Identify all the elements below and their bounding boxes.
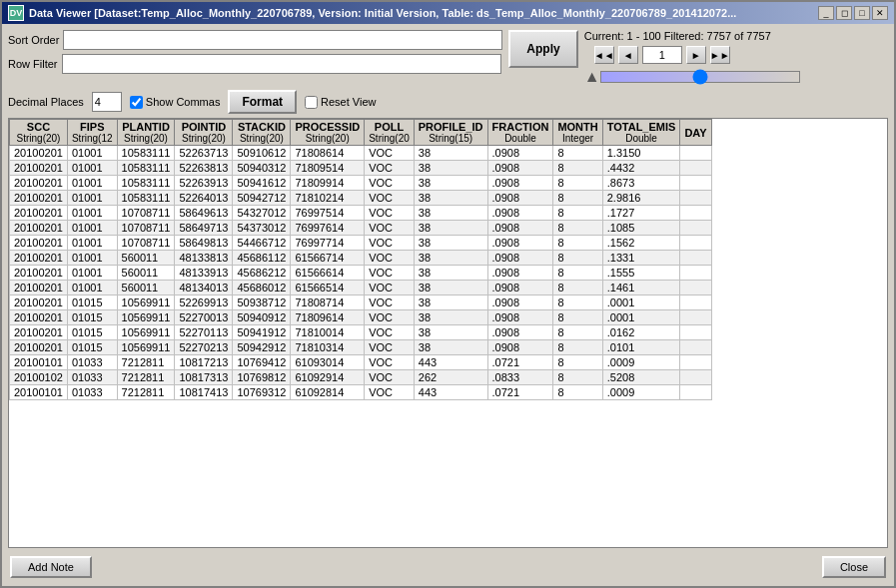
table-cell [680, 221, 711, 236]
prev-page-button[interactable]: ◄ [618, 46, 638, 64]
table-cell: 10583111 [117, 146, 175, 161]
data-table-container[interactable]: SCCString(20)FIPSString(12PLANTIDString(… [8, 118, 888, 548]
table-cell: 01001 [67, 191, 117, 206]
add-note-button[interactable]: Add Note [10, 556, 92, 578]
table-cell: 20100201 [10, 325, 68, 340]
sort-order-input[interactable] [63, 30, 502, 50]
table-cell: 7212811 [117, 370, 175, 385]
table-cell: 01015 [67, 340, 117, 355]
table-cell: 10817313 [175, 370, 233, 385]
table-cell: 8 [553, 370, 602, 385]
restore-button[interactable]: ◻ [836, 6, 852, 20]
column-header-poll: POLLString(20 [365, 120, 415, 146]
table-cell: VOC [365, 206, 415, 221]
table-cell: VOC [365, 176, 415, 191]
table-cell: 54466712 [233, 236, 291, 251]
table-cell: .1555 [602, 266, 680, 281]
table-cell: 48134013 [175, 281, 233, 295]
table-cell: 20100201 [10, 295, 68, 310]
table-cell: 01001 [67, 176, 117, 191]
table-cell: 50941612 [233, 176, 291, 191]
table-cell: 8 [553, 206, 602, 221]
decimal-places-input[interactable] [92, 92, 122, 112]
table-cell: 50942912 [233, 340, 291, 355]
row-filter-input[interactable] [62, 54, 501, 74]
row-filter-label: Row Filter [8, 58, 58, 70]
table-cell: 52269913 [175, 295, 233, 310]
table-cell: 262 [414, 370, 487, 385]
table-cell: 61092814 [291, 385, 365, 400]
next-page-button[interactable]: ► [686, 46, 706, 64]
table-cell: .1727 [602, 206, 680, 221]
table-cell: 48133913 [175, 266, 233, 281]
table-cell: 20100201 [10, 161, 68, 176]
table-header: SCCString(20)FIPSString(12PLANTIDString(… [10, 120, 712, 146]
reset-view-checkbox[interactable] [305, 96, 318, 109]
table-cell: 10708711 [117, 221, 175, 236]
page-input[interactable] [642, 46, 682, 64]
table-row: 2010010201033721281110817313107698126109… [10, 370, 712, 385]
table-row: 2010020101001107087115864981354466712769… [10, 236, 712, 251]
table-row: 2010020101015105699115226991350938712718… [10, 295, 712, 310]
table-cell: 10769312 [233, 385, 291, 400]
table-cell: 2.9816 [602, 191, 680, 206]
first-page-button[interactable]: ◄◄ [594, 46, 614, 64]
table-cell: 38 [414, 281, 487, 295]
table-cell: 50941912 [233, 325, 291, 340]
page-slider[interactable] [600, 71, 800, 83]
last-page-button[interactable]: ►► [710, 46, 730, 64]
table-cell: 38 [414, 340, 487, 355]
table-cell: 20100102 [10, 370, 68, 385]
apply-button[interactable]: Apply [508, 30, 577, 68]
table-cell: 38 [414, 266, 487, 281]
format-button[interactable]: Format [228, 90, 297, 114]
column-header-processid: PROCESSIDString(20) [291, 120, 365, 146]
table-cell [680, 161, 711, 176]
column-header-fraction: FRACTIONDouble [487, 120, 553, 146]
table-cell: 560011 [117, 251, 175, 266]
table-cell: 50910612 [233, 146, 291, 161]
table-cell: 7212811 [117, 385, 175, 400]
table-cell: 50938712 [233, 295, 291, 310]
table-cell: 76997614 [291, 221, 365, 236]
table-cell: 71809614 [291, 310, 365, 325]
table-body: 2010020101001105831115226371350910612718… [10, 146, 712, 400]
column-header-stackid: STACKIDString(20) [233, 120, 291, 146]
table-cell: 58649713 [175, 221, 233, 236]
current-info: Current: 1 - 100 Filtered: 7757 of 7757 [584, 30, 800, 42]
title-bar-buttons: _ ◻ □ ✕ [818, 6, 888, 20]
table-cell: 52270213 [175, 340, 233, 355]
table-cell: .1331 [602, 251, 680, 266]
table-cell: 01033 [67, 385, 117, 400]
show-commas-checkbox[interactable] [130, 96, 143, 109]
close-button[interactable]: Close [822, 556, 886, 578]
table-cell: 50940912 [233, 310, 291, 325]
table-cell: VOC [365, 146, 415, 161]
column-header-profile_id: PROFILE_IDString(15) [414, 120, 487, 146]
table-cell [680, 206, 711, 221]
title-bar: DV Data Viewer [Dataset:Temp_Alloc_Month… [2, 2, 894, 24]
table-cell: .0908 [487, 146, 553, 161]
slider-row: ▲ [584, 68, 800, 86]
table-cell: 52263813 [175, 161, 233, 176]
minimize-button[interactable]: _ [818, 6, 834, 20]
maximize-button[interactable]: □ [854, 6, 870, 20]
column-header-plantid: PLANTIDString(20) [117, 120, 175, 146]
table-cell: 71808714 [291, 295, 365, 310]
table-cell: 8 [553, 221, 602, 236]
table-cell: VOC [365, 236, 415, 251]
column-header-fips: FIPSString(12 [67, 120, 117, 146]
table-cell: 8 [553, 340, 602, 355]
table-cell: 54327012 [233, 206, 291, 221]
table-cell [680, 236, 711, 251]
close-title-button[interactable]: ✕ [872, 6, 888, 20]
table-cell: 560011 [117, 266, 175, 281]
table-cell: 38 [414, 161, 487, 176]
table-cell: .0908 [487, 310, 553, 325]
table-cell: 50942712 [233, 191, 291, 206]
table-cell: .8673 [602, 176, 680, 191]
column-header-month: MONTHInteger [553, 120, 602, 146]
table-cell: 10569911 [117, 295, 175, 310]
table-cell: 38 [414, 295, 487, 310]
table-row: 2010010101033721281110817213107694126109… [10, 355, 712, 370]
